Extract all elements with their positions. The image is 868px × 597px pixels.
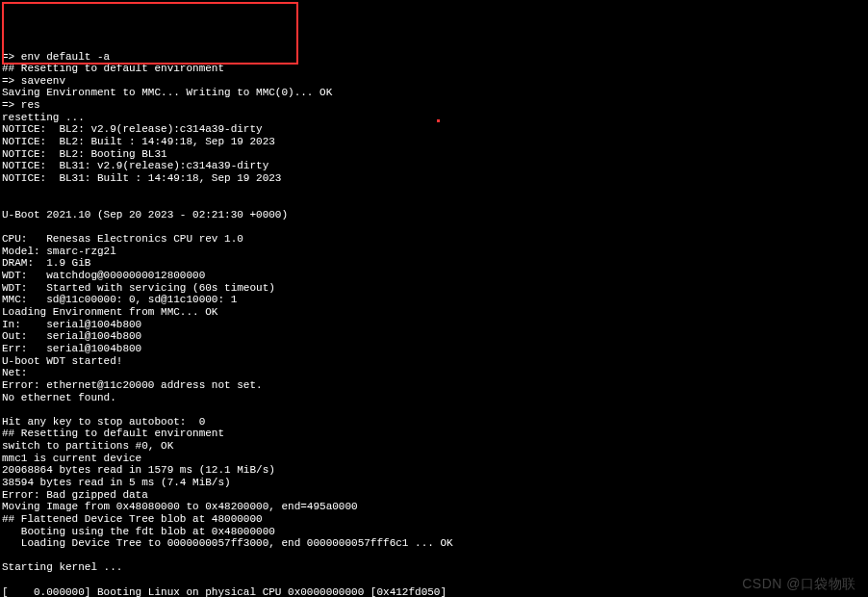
terminal-line: ## Resetting to default environment xyxy=(2,63,868,75)
terminal-line: Net: xyxy=(2,367,868,379)
terminal-line: U-boot WDT started! xyxy=(2,355,868,368)
watermark-text: CSDN @口袋物联 xyxy=(742,576,856,591)
red-marker-dot xyxy=(437,119,440,122)
terminal-line: resetting ... xyxy=(2,112,868,124)
terminal-line xyxy=(2,196,868,209)
terminal-line: MMC: sd@11c00000: 0, sd@11c10000: 1 xyxy=(2,294,868,306)
terminal-line xyxy=(2,403,868,416)
terminal-line: NOTICE: BL2: Built : 14:49:18, Sep 19 20… xyxy=(2,136,868,148)
terminal-line: ## Resetting to default environment xyxy=(2,428,868,440)
terminal-line: Booting using the fdt blob at 0x48000000 xyxy=(2,526,868,538)
terminal-line: NOTICE: BL2: v2.9(release):c314a39-dirty xyxy=(2,123,868,136)
terminal-line: CPU: Renesas Electronics CPU rev 1.0 xyxy=(2,233,868,246)
terminal-line: ## Flattened Device Tree blob at 4800000… xyxy=(2,513,868,526)
terminal-line xyxy=(2,574,868,586)
terminal-line: Error: Bad gzipped data xyxy=(2,489,868,502)
terminal-line xyxy=(2,185,868,197)
terminal-line: mmc1 is current device xyxy=(2,453,868,465)
terminal-line: NOTICE: BL31: v2.9(release):c314a39-dirt… xyxy=(2,160,868,172)
terminal-line: 20068864 bytes read in 1579 ms (12.1 MiB… xyxy=(2,464,868,477)
terminal-line: => res xyxy=(2,99,868,112)
terminal-line: Err: serial@1004b800 xyxy=(2,343,868,355)
terminal-line: Loading Environment from MMC... OK xyxy=(2,306,868,319)
terminal-line: No ethernet found. xyxy=(2,392,868,404)
terminal-line: [ 0.000000] Booting Linux on physical CP… xyxy=(2,586,868,597)
terminal-line: Hit any key to stop autoboot: 0 xyxy=(2,416,868,428)
terminal-line: In: serial@1004b800 xyxy=(2,319,868,331)
terminal-line: Model: smarc-rzg2l xyxy=(2,246,868,258)
terminal-line: => env default -a xyxy=(2,51,868,64)
terminal-line: Moving Image from 0x48080000 to 0x482000… xyxy=(2,501,868,513)
terminal-line: Starting kernel ... xyxy=(2,561,868,574)
terminal-line: => saveenv xyxy=(2,75,868,88)
terminal-line: NOTICE: BL31: Built : 14:49:18, Sep 19 2… xyxy=(2,172,868,185)
terminal-line: Out: serial@1004b800 xyxy=(2,330,868,343)
terminal-line: NOTICE: BL2: Booting BL31 xyxy=(2,148,868,161)
terminal-line: WDT: watchdog@0000000012800000 xyxy=(2,270,868,282)
terminal-line xyxy=(2,550,868,562)
terminal-line: U-Boot 2021.10 (Sep 20 2023 - 02:21:30 +… xyxy=(2,209,868,221)
terminal-output[interactable]: => env default -a## Resetting to default… xyxy=(0,49,868,597)
terminal-line: WDT: Started with servicing (60s timeout… xyxy=(2,282,868,295)
terminal-line: Error: ethernet@11c20000 address not set… xyxy=(2,379,868,392)
terminal-line: DRAM: 1.9 GiB xyxy=(2,257,868,270)
terminal-line: 38594 bytes read in 5 ms (7.4 MiB/s) xyxy=(2,477,868,489)
terminal-line: switch to partitions #0, OK xyxy=(2,440,868,453)
terminal-line xyxy=(2,221,868,234)
terminal-line: Loading Device Tree to 0000000057ff3000,… xyxy=(2,537,868,550)
terminal-line: Saving Environment to MMC... Writing to … xyxy=(2,87,868,99)
